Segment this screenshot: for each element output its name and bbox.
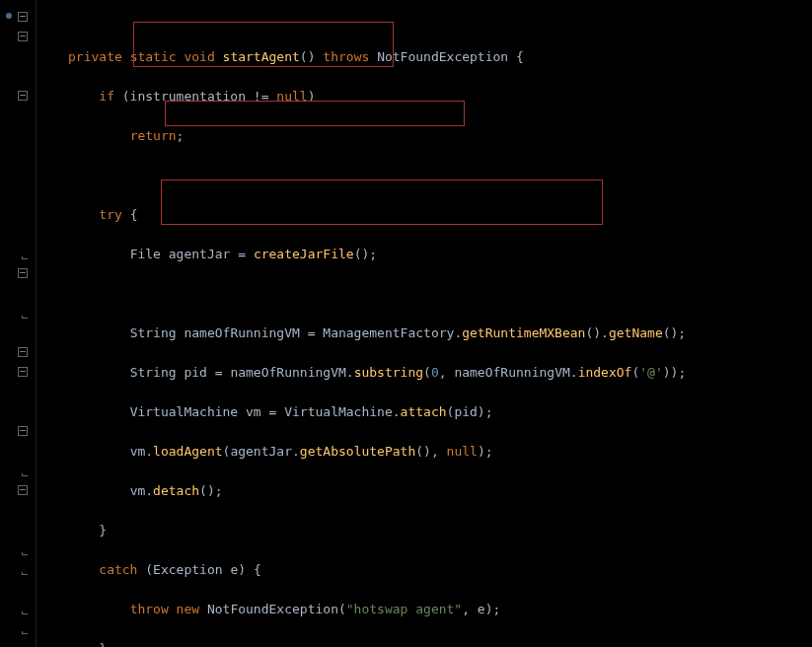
- code-line: vm.detach();: [68, 481, 804, 501]
- fold-icon[interactable]: [18, 91, 28, 101]
- code-line: }: [68, 639, 804, 647]
- code-line: catch (Exception e) {: [68, 560, 804, 580]
- fold-end-icon[interactable]: [18, 627, 28, 637]
- code-line: String pid = nameOfRunningVM.substring(0…: [68, 363, 804, 383]
- code-line: return;: [68, 126, 804, 146]
- fold-icon[interactable]: [18, 347, 28, 357]
- fold-icon[interactable]: [18, 485, 28, 495]
- code-area[interactable]: private static void startAgent() throws …: [37, 0, 812, 647]
- fold-end-icon[interactable]: [18, 548, 28, 558]
- code-line: String nameOfRunningVM = ManagementFacto…: [68, 324, 804, 343]
- code-line: if (instrumentation != null): [68, 87, 804, 107]
- fold-icon[interactable]: [18, 367, 28, 377]
- fold-icon[interactable]: [18, 268, 28, 278]
- code-line: }: [68, 521, 804, 540]
- fold-icon[interactable]: [18, 426, 28, 436]
- fold-end-icon[interactable]: [18, 252, 28, 262]
- code-editor: private static void startAgent() throws …: [0, 0, 812, 647]
- fold-icon[interactable]: [18, 32, 28, 41]
- code-line: try {: [68, 205, 804, 225]
- code-line: vm.loadAgent(agentJar.getAbsolutePath(),…: [68, 442, 804, 462]
- fold-end-icon[interactable]: [18, 568, 28, 578]
- gutter: [0, 0, 37, 647]
- code-line: VirtualMachine vm = VirtualMachine.attac…: [68, 402, 804, 422]
- fold-end-icon[interactable]: [18, 312, 28, 322]
- code-line: File agentJar = createJarFile();: [68, 245, 804, 264]
- code-line: throw new NotFoundException("hotswap age…: [68, 600, 804, 619]
- fold-icon[interactable]: [18, 12, 28, 22]
- fold-end-icon[interactable]: [18, 608, 28, 617]
- code-line: [68, 284, 804, 304]
- code-line: private static void startAgent() throws …: [68, 47, 804, 67]
- fold-end-icon[interactable]: [18, 469, 28, 479]
- breakpoint-dot[interactable]: [6, 13, 12, 19]
- code-line: [68, 166, 804, 185]
